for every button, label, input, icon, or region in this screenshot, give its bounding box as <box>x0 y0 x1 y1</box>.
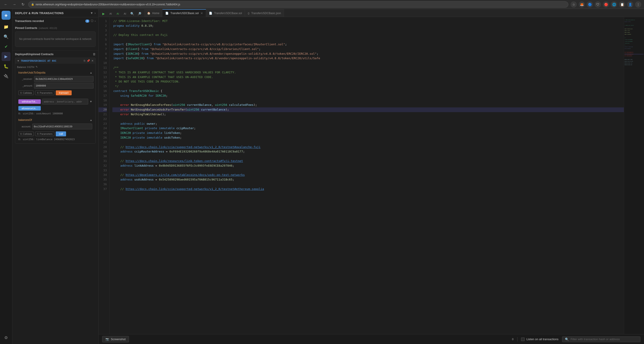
panel-header-icons: ▼ › <box>90 11 96 15</box>
clear-contracts-icon[interactable]: 🗑 <box>93 53 96 56</box>
expand-icon[interactable]: › <box>94 11 96 15</box>
parameters-copy-icon: ⎘ <box>37 91 39 94</box>
bookmark-icon[interactable]: ☆ <box>570 1 577 8</box>
search-button-2[interactable]: 🔎 <box>136 11 142 17</box>
transact-button[interactable]: transact <box>56 90 72 95</box>
editor-area: ▶ AI AI AI 🔍 🔎 🏠 Home 📄 TransferUSDCBasi… <box>98 9 644 344</box>
ai-button-2[interactable]: AI <box>115 11 121 17</box>
extension-icon-1[interactable]: 🦊 <box>578 1 585 8</box>
pinned-contracts-section: Pinned Contracts (network: 43113) No pin… <box>12 25 98 51</box>
param-label-receiver: _receiver: <box>17 78 33 80</box>
code-line-2: pragma solidity 0.8.19; <box>112 24 624 28</box>
contract-body: Balance: 0 ETH ✎ transferUsdcToSepolia ▲… <box>15 64 96 143</box>
url-bar[interactable]: 🔒 remix.ethereum.org/#lang=en&optimize=f… <box>28 1 568 8</box>
calldata-button-transfer[interactable]: ⎘ Calldata <box>18 91 34 95</box>
sidebar-item-search[interactable]: 🔍 <box>2 32 10 41</box>
run-button[interactable]: ▶ <box>100 11 106 17</box>
sidebar-item-settings[interactable]: ⚙ <box>2 333 10 342</box>
code-line-5 <box>112 38 624 42</box>
ai-button-1[interactable]: AI <box>108 11 114 17</box>
ai-button-3[interactable]: AI <box>122 11 128 17</box>
code-line-27 <box>112 140 624 145</box>
tab-transfer-base-sol[interactable]: 📄 TransferUSDCBase.sol <box>206 9 245 17</box>
back-button[interactable]: ← <box>3 1 9 8</box>
tab-transfer-basic-json[interactable]: {} TransferUSDCBasic.json <box>245 9 284 17</box>
deployed-contracts-title: Deployed/Unpinned Contracts <box>15 53 91 56</box>
search-button-1[interactable]: 🔍 <box>129 11 135 17</box>
code-line-9: import {SafeERC20} from "@chainlink/cont… <box>112 56 624 61</box>
param-row-receiver: _receiver: <box>17 76 94 82</box>
account-label: account: <box>18 125 31 128</box>
refresh-button[interactable]: ↻ <box>20 1 26 8</box>
copy-contract-icon[interactable]: ⎘ <box>84 59 85 62</box>
contract-expand-icon: ▼ <box>17 59 20 62</box>
code-line-16: contract TransferUSDCBasic { <box>112 89 624 94</box>
code-line-24: IRouterClient private immutable ccipRout… <box>112 126 624 131</box>
allowance-button[interactable]: allowanceUs... <box>18 106 41 111</box>
balances-header[interactable]: balancesOf ▲ <box>17 117 94 122</box>
listen-checkbox-box[interactable] <box>521 337 525 341</box>
parameters-button-balances[interactable]: ⎘ Parameters <box>35 132 54 136</box>
call-button[interactable]: call <box>56 131 66 136</box>
code-content[interactable]: // SPDX-License-Identifier: MIT pragma s… <box>110 17 624 334</box>
transactions-info-icon[interactable]: ⓘ <box>91 19 94 23</box>
calldata-copy-icon-2: ⎘ <box>20 132 22 135</box>
remove-contract-icon[interactable]: ✕ <box>91 59 94 62</box>
listen-checkbox-label[interactable]: Listen on all transactions <box>521 337 558 341</box>
sidebar-item-debug[interactable]: 🐛 <box>2 62 10 71</box>
code-line-13: * THIS IS AN EXAMPLE CONTRACT THAT USES … <box>112 75 624 80</box>
param-input-receiver[interactable] <box>34 76 94 82</box>
tab-transfer-basic-sol[interactable]: 📄 TransferUSDCBasic.sol ✕ <box>162 9 206 17</box>
withdraw-expand-icon[interactable]: ▼ <box>90 100 92 103</box>
pinned-contracts-title: Pinned Contracts <box>15 27 37 30</box>
function-actions-transfer: ⎘ Calldata ⎘ Parameters transact <box>17 89 94 96</box>
screenshot-button[interactable]: 📷 Screenshot <box>102 336 129 342</box>
close-tab-basic[interactable]: ✕ <box>200 12 203 15</box>
deployed-contracts-header: Deployed/Unpinned Contracts 🗑 <box>15 51 96 58</box>
function-transfer-usdc: transferUsdcToSepolia ▲ _receiver: _amou… <box>17 70 94 96</box>
extension-icon-6[interactable]: 📋 <box>619 1 625 8</box>
withdraw-button[interactable]: withdrawTok... <box>18 99 41 104</box>
tab-home[interactable]: 🏠 Home <box>144 9 162 17</box>
sidebar-item-plugins[interactable]: 🔌 <box>2 72 10 81</box>
code-line-18 <box>112 98 624 103</box>
edit-balance-icon[interactable]: ✎ <box>36 66 38 68</box>
calldata-copy-icon: ⎘ <box>20 91 22 94</box>
sidebar-item-deploy[interactable]: ▶ <box>2 52 10 61</box>
code-line-34: // https://developers.circle.com/stablec… <box>112 173 624 177</box>
editor-tabs: ▶ AI AI AI 🔍 🔎 🏠 Home 📄 TransferUSDCBasi… <box>98 9 644 17</box>
extension-icon-5[interactable]: 🌐 <box>611 1 617 8</box>
profile-icon[interactable]: 👤 <box>627 1 633 8</box>
dropdown-icon[interactable]: ▼ <box>90 11 93 15</box>
extension-icon-2[interactable]: 🔵 <box>587 1 593 8</box>
code-line-36 <box>112 182 624 187</box>
pin-contract-icon[interactable]: 📌 <box>87 59 90 62</box>
account-input[interactable] <box>32 124 92 129</box>
extension-icon-4[interactable]: 🔴 <box>603 1 609 8</box>
sidebar-item-file-explorer[interactable]: 📁 <box>2 23 10 31</box>
contract-item: ▼ TRANSFERUSDCBASIC AT 0XC ⎘ 📌 ✕ Balance… <box>15 58 96 143</box>
transactions-recorded-section[interactable]: Transactions recorded 3 ⓘ › <box>12 17 98 25</box>
code-line-6: import {IRouterClient} from "@chainlink/… <box>112 42 624 47</box>
menu-icon[interactable]: ⋮ <box>635 1 641 8</box>
extension-icon-3[interactable]: 🛡 <box>595 1 601 8</box>
filter-placeholder: Filter with transaction hash or address <box>570 337 620 341</box>
sidebar-item-compiler[interactable]: ✔ <box>2 42 10 51</box>
param-input-amount[interactable] <box>34 83 94 89</box>
parameters-button-transfer[interactable]: ⎘ Parameters <box>35 91 54 95</box>
filter-search-bar[interactable]: 🔍 Filter with transaction hash or addres… <box>562 336 640 342</box>
function-header-transfer[interactable]: transferUsdcToSepolia ▲ <box>17 70 94 75</box>
tab-home-label: Home <box>152 12 160 15</box>
code-line-10 <box>112 61 624 66</box>
forward-button[interactable]: → <box>11 1 18 8</box>
calldata-button-balances[interactable]: ⎘ Calldata <box>18 132 34 136</box>
code-line-7: import {Client} from "@chainlink/contrac… <box>112 47 624 52</box>
balances-output: 0: uint256: linkBalance 24968927492023 <box>17 137 94 141</box>
withdraw-input[interactable] <box>42 99 88 104</box>
contract-item-header[interactable]: ▼ TRANSFERUSDCBASIC AT 0XC ⎘ 📌 ✕ <box>15 58 96 64</box>
line-numbers: 1 2 3 4 5 6 7 8 9 10 11 12 13 14 15 16 1… <box>98 17 110 334</box>
code-line-23: address public owner; <box>112 121 624 126</box>
function-name-transfer: transferUsdcToSepolia <box>18 71 90 74</box>
status-bar: 📷 Screenshot 0 Listen on all transaction… <box>98 334 644 344</box>
function-actions-balances: ⎘ Calldata ⎘ Parameters call <box>17 130 94 137</box>
